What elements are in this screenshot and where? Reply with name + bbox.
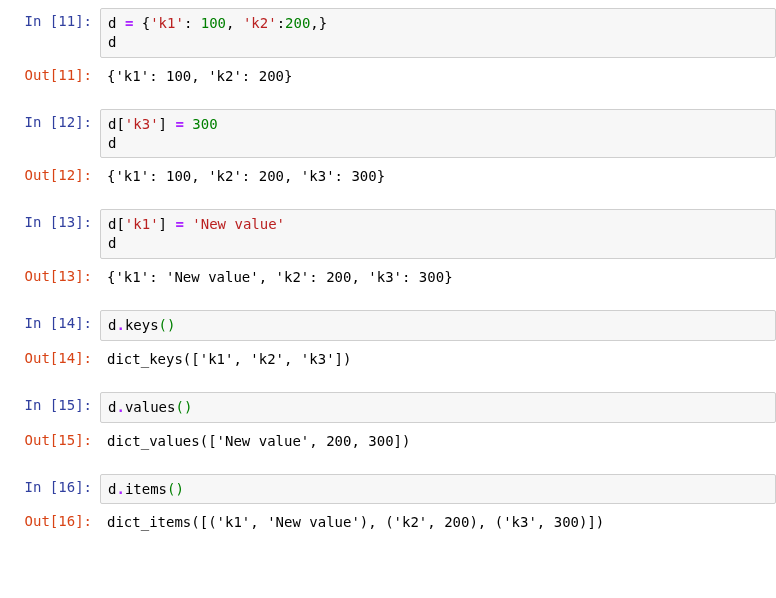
output-row: Out[11]:{'k1': 100, 'k2': 200} — [0, 62, 776, 91]
code-token: { — [133, 15, 150, 31]
code-token: : — [277, 15, 285, 31]
code-token: 200 — [285, 15, 310, 31]
code-token: d — [108, 235, 116, 251]
code-token: 'k1' — [150, 15, 184, 31]
output-prompt: Out[15]: — [0, 427, 100, 453]
code-token: () — [167, 481, 184, 497]
input-row: In [15]:d.values() — [0, 392, 776, 423]
input-prompt: In [12]: — [0, 109, 100, 135]
code-token: . — [116, 317, 124, 333]
code-cell: In [16]:d.items()Out[16]:dict_items([('k… — [0, 474, 776, 538]
code-output: dict_values(['New value', 200, 300]) — [100, 427, 776, 456]
code-output: {'k1': 100, 'k2': 200, 'k3': 300} — [100, 162, 776, 191]
code-input[interactable]: d.values() — [100, 392, 776, 423]
code-token: keys — [125, 317, 159, 333]
code-token: . — [116, 481, 124, 497]
code-input[interactable]: d = {'k1': 100, 'k2':200,} d — [100, 8, 776, 58]
code-input[interactable]: d['k1'] = 'New value' d — [100, 209, 776, 259]
input-prompt: In [11]: — [0, 8, 100, 34]
code-token: () — [175, 399, 192, 415]
input-row: In [16]:d.items() — [0, 474, 776, 505]
code-input[interactable]: d['k3'] = 300 d — [100, 109, 776, 159]
output-row: Out[14]:dict_keys(['k1', 'k2', 'k3']) — [0, 345, 776, 374]
output-row: Out[15]:dict_values(['New value', 200, 3… — [0, 427, 776, 456]
code-token: 100 — [201, 15, 226, 31]
code-token: 'k2' — [243, 15, 277, 31]
output-prompt: Out[14]: — [0, 345, 100, 371]
code-token: ] — [159, 216, 176, 232]
input-prompt: In [14]: — [0, 310, 100, 336]
input-row: In [12]:d['k3'] = 300 d — [0, 109, 776, 159]
input-prompt: In [15]: — [0, 392, 100, 418]
code-token: = — [175, 216, 183, 232]
code-token: d — [108, 34, 116, 50]
output-prompt: Out[12]: — [0, 162, 100, 188]
code-token: : — [184, 15, 201, 31]
code-cell: In [13]:d['k1'] = 'New value' dOut[13]:{… — [0, 209, 776, 292]
input-row: In [14]:d.keys() — [0, 310, 776, 341]
code-token: = — [175, 116, 183, 132]
code-output: dict_items([('k1', 'New value'), ('k2', … — [100, 508, 776, 537]
code-token: . — [116, 399, 124, 415]
code-token: 'k3' — [125, 116, 159, 132]
code-token: 'k1' — [125, 216, 159, 232]
output-row: Out[12]:{'k1': 100, 'k2': 200, 'k3': 300… — [0, 162, 776, 191]
code-token: () — [159, 317, 176, 333]
code-output: {'k1': 100, 'k2': 200} — [100, 62, 776, 91]
code-input[interactable]: d.keys() — [100, 310, 776, 341]
code-cell: In [11]:d = {'k1': 100, 'k2':200,} dOut[… — [0, 8, 776, 91]
code-token: 'New value' — [192, 216, 285, 232]
input-row: In [13]:d['k1'] = 'New value' d — [0, 209, 776, 259]
code-output: {'k1': 'New value', 'k2': 200, 'k3': 300… — [100, 263, 776, 292]
code-cell: In [14]:d.keys()Out[14]:dict_keys(['k1',… — [0, 310, 776, 374]
output-row: Out[16]:dict_items([('k1', 'New value'),… — [0, 508, 776, 537]
code-token: values — [125, 399, 176, 415]
code-token: ] — [159, 116, 176, 132]
code-cell: In [12]:d['k3'] = 300 dOut[12]:{'k1': 10… — [0, 109, 776, 192]
code-input[interactable]: d.items() — [100, 474, 776, 505]
code-token: , — [226, 15, 243, 31]
code-token: ,} — [310, 15, 327, 31]
code-token: d[ — [108, 216, 125, 232]
output-prompt: Out[16]: — [0, 508, 100, 534]
jupyter-notebook: In [11]:d = {'k1': 100, 'k2':200,} dOut[… — [0, 8, 776, 537]
code-token: 300 — [192, 116, 217, 132]
output-prompt: Out[11]: — [0, 62, 100, 88]
input-prompt: In [16]: — [0, 474, 100, 500]
code-token: d — [108, 135, 116, 151]
code-cell: In [15]:d.values()Out[15]:dict_values(['… — [0, 392, 776, 456]
output-row: Out[13]:{'k1': 'New value', 'k2': 200, '… — [0, 263, 776, 292]
input-row: In [11]:d = {'k1': 100, 'k2':200,} d — [0, 8, 776, 58]
output-prompt: Out[13]: — [0, 263, 100, 289]
code-token: d[ — [108, 116, 125, 132]
code-token — [116, 15, 124, 31]
code-output: dict_keys(['k1', 'k2', 'k3']) — [100, 345, 776, 374]
input-prompt: In [13]: — [0, 209, 100, 235]
code-token: items — [125, 481, 167, 497]
